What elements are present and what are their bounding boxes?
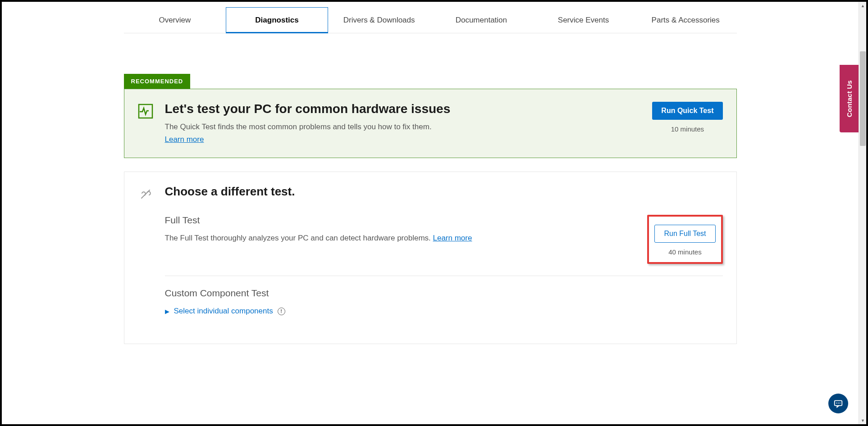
tab-bar: Overview Diagnostics Drivers & Downloads… [124,7,737,33]
scrollbar-thumb[interactable] [860,51,866,146]
contact-us-label: Contact Us [845,80,853,117]
other-tests-card: Choose a different test. Full Test The F… [124,172,737,344]
full-test-desc: The Full Test thoroughly analyzes your P… [165,234,433,242]
quick-test-duration: 10 minutes [652,125,722,133]
full-test-title: Full Test [165,215,634,226]
contact-us-side-tab[interactable]: Contact Us [840,65,859,132]
quick-test-learn-more-link[interactable]: Learn more [165,135,204,144]
run-quick-test-button[interactable]: Run Quick Test [652,102,722,120]
scrollbar-arrow-up-icon[interactable]: ▲ [859,2,867,9]
full-test-duration: 40 minutes [654,248,715,256]
tab-drivers-downloads[interactable]: Drivers & Downloads [328,7,430,33]
custom-test-row: Custom Component Test ▶ Select individua… [165,288,723,327]
run-full-test-button[interactable]: Run Full Test [654,225,715,243]
tab-overview[interactable]: Overview [124,7,226,33]
recommended-badge: RECOMMENDED [124,74,191,89]
quick-test-desc: The Quick Test finds the most common pro… [165,122,641,131]
tools-icon [138,186,153,202]
info-icon[interactable]: ! [278,308,285,315]
other-tests-title: Choose a different test. [165,185,723,199]
tab-documentation[interactable]: Documentation [430,7,533,33]
chevron-right-icon: ▶ [165,308,169,315]
select-individual-components-label: Select individual components [174,307,273,316]
quick-test-title: Let's test your PC for common hardware i… [165,102,641,116]
run-full-test-highlight: Run Full Test 40 minutes [647,215,722,264]
vertical-scrollbar[interactable]: ▲ ▼ [859,2,866,424]
tab-service-events[interactable]: Service Events [532,7,635,33]
chat-fab-button[interactable] [828,394,848,413]
full-test-row: Full Test The Full Test thoroughly analy… [165,215,723,276]
scrollbar-arrow-down-icon[interactable]: ▼ [859,417,867,424]
chat-icon [833,399,843,408]
heartbeat-icon [138,104,153,119]
tab-parts-accessories[interactable]: Parts & Accessories [635,7,737,33]
full-test-learn-more-link[interactable]: Learn more [433,234,472,242]
select-individual-components-link[interactable]: ▶ Select individual components ! [165,307,285,316]
tab-diagnostics[interactable]: Diagnostics [226,7,328,33]
custom-test-title: Custom Component Test [165,288,723,299]
quick-test-card: Let's test your PC for common hardware i… [124,89,737,158]
